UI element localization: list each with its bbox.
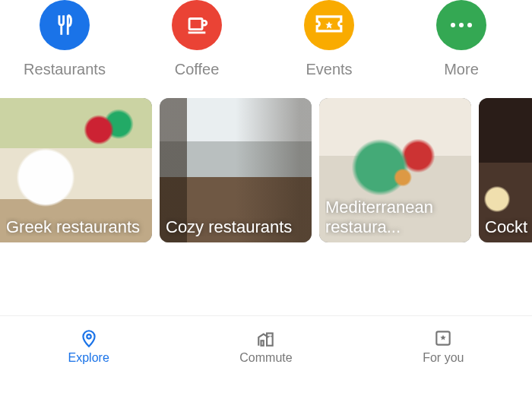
card-label: Cockt (485, 217, 532, 236)
category-label: Restaurants (24, 61, 106, 78)
for-you-icon (433, 328, 453, 348)
card-cocktails[interactable]: Cockt (479, 98, 532, 242)
svg-rect-3 (267, 333, 273, 345)
explore-icon (79, 328, 99, 348)
card-label: Mediterranean restaura... (325, 198, 467, 236)
nav-label: Commute (239, 351, 292, 365)
card-label: Greek restaurants (6, 217, 147, 236)
commute-icon (256, 328, 276, 348)
category-coffee[interactable]: Coffee (132, 0, 261, 78)
nav-for-you[interactable]: For you (356, 328, 531, 365)
svg-rect-5 (271, 335, 272, 337)
nav-commute[interactable]: Commute (178, 328, 353, 365)
category-label: Coffee (175, 61, 220, 78)
nav-explore[interactable]: Explore (1, 328, 176, 365)
category-restaurants[interactable]: Restaurants (0, 0, 129, 78)
category-row: Restaurants Coffee Events (0, 0, 532, 78)
category-label: Events (306, 61, 352, 78)
suggestion-cards: Greek restaurants Cozy restaurants Medit… (0, 98, 532, 242)
svg-rect-6 (261, 340, 263, 346)
category-more[interactable]: More (397, 0, 526, 78)
restaurants-icon (40, 0, 90, 50)
nav-label: Explore (68, 351, 109, 365)
card-label: Cozy restaurants (166, 217, 307, 236)
card-cozy-restaurants[interactable]: Cozy restaurants (160, 98, 312, 242)
nav-label: For you (423, 351, 464, 365)
category-label: More (444, 61, 479, 78)
more-icon (436, 0, 486, 50)
card-mediterranean-restaurants[interactable]: Mediterranean restaura... (319, 98, 471, 242)
svg-point-2 (87, 334, 90, 338)
coffee-icon (172, 0, 222, 50)
svg-rect-4 (268, 335, 270, 337)
category-events[interactable]: Events (264, 0, 394, 78)
svg-rect-0 (189, 19, 202, 30)
card-greek-restaurants[interactable]: Greek restaurants (0, 98, 152, 242)
bottom-nav: Explore Commute For you (0, 315, 532, 376)
events-icon (304, 0, 354, 50)
